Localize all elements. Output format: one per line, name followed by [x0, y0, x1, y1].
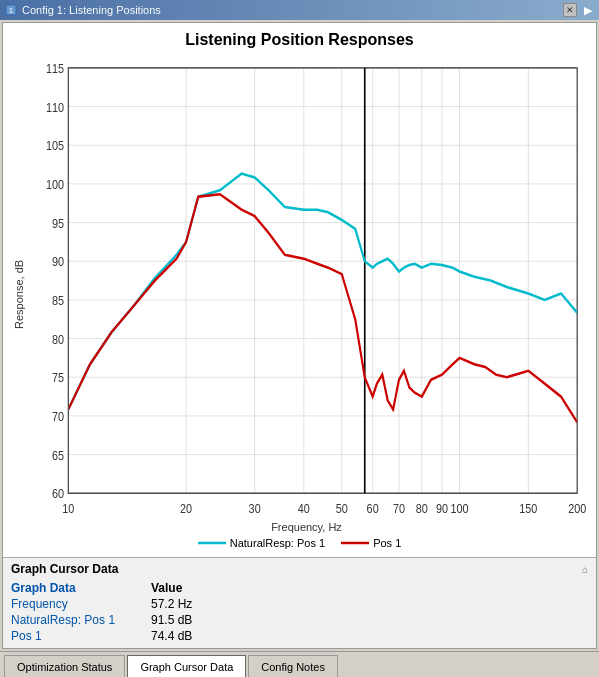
cursor-data-panel: Graph Cursor Data ⌂ Graph Data Value Fre…: [3, 557, 596, 648]
svg-text:75: 75: [52, 370, 64, 385]
cursor-data-body: Frequency57.2 HzNaturalResp: Pos 191.5 d…: [11, 596, 588, 644]
svg-text:105: 105: [46, 138, 64, 153]
svg-text:20: 20: [180, 501, 192, 516]
cursor-row-label: Frequency: [11, 596, 151, 612]
svg-text:60: 60: [367, 501, 379, 516]
legend-pos1-label: Pos 1: [373, 537, 401, 549]
cursor-data-header: Graph Cursor Data ⌂: [11, 562, 588, 576]
svg-text:70: 70: [52, 409, 64, 424]
svg-text:70: 70: [393, 501, 405, 516]
svg-text:110: 110: [46, 100, 64, 115]
cursor-row-value: 91.5 dB: [151, 612, 588, 628]
title-bar-text: Config 1: Listening Positions: [22, 4, 563, 16]
svg-text:90: 90: [436, 501, 448, 516]
legend-natural-icon: [198, 538, 226, 548]
chart-title: Listening Position Responses: [11, 31, 588, 49]
pin-icon: ⌂: [582, 564, 588, 575]
svg-text:80: 80: [416, 501, 428, 516]
svg-text:100: 100: [450, 501, 468, 516]
svg-text:1: 1: [9, 6, 14, 15]
svg-text:100: 100: [46, 177, 64, 192]
tab-optimization-status[interactable]: Optimization Status: [4, 655, 125, 677]
svg-text:30: 30: [249, 501, 261, 516]
legend-pos1-icon: [341, 538, 369, 548]
cursor-row-label: NaturalResp: Pos 1: [11, 612, 151, 628]
cursor-data-table: Graph Data Value Frequency57.2 HzNatural…: [11, 580, 588, 644]
main-content: Listening Position Responses Response, d…: [2, 22, 597, 649]
cursor-data-header-row: Graph Data Value: [11, 580, 588, 596]
svg-text:40: 40: [298, 501, 310, 516]
bottom-tabs: Optimization Status Graph Cursor Data Co…: [0, 651, 599, 677]
tab-graph-cursor-data[interactable]: Graph Cursor Data: [127, 655, 246, 677]
svg-text:65: 65: [52, 448, 64, 463]
chart-legend: NaturalResp: Pos 1 Pos 1: [11, 537, 588, 549]
tab-config-notes[interactable]: Config Notes: [248, 655, 338, 677]
svg-text:50: 50: [336, 501, 348, 516]
cursor-row-label: Pos 1: [11, 628, 151, 644]
y-axis-label: Response, dB: [11, 55, 25, 533]
config-icon: 1: [4, 3, 18, 17]
cursor-row-value: 57.2 Hz: [151, 596, 588, 612]
cursor-data-row: NaturalResp: Pos 191.5 dB: [11, 612, 588, 628]
chart-svg: 115 110 105 100 95 90 85 80 75 70 65 60: [25, 55, 588, 519]
cursor-row-value: 74.4 dB: [151, 628, 588, 644]
chart-with-axes: 115 110 105 100 95 90 85 80 75 70 65 60: [25, 55, 588, 533]
cursor-data-row: Frequency57.2 Hz: [11, 596, 588, 612]
svg-text:150: 150: [519, 501, 537, 516]
svg-text:85: 85: [52, 293, 64, 308]
svg-container[interactable]: 115 110 105 100 95 90 85 80 75 70 65 60: [25, 55, 588, 519]
svg-text:95: 95: [52, 216, 64, 231]
legend-item-natural: NaturalResp: Pos 1: [198, 537, 325, 549]
title-bar: 1 Config 1: Listening Positions ✕ ▶: [0, 0, 599, 20]
svg-text:115: 115: [46, 61, 64, 76]
chart-area: Response, dB: [11, 55, 588, 533]
svg-text:60: 60: [52, 486, 64, 501]
arrow-button[interactable]: ▶: [581, 3, 595, 17]
close-button[interactable]: ✕: [563, 3, 577, 17]
svg-text:10: 10: [62, 501, 74, 516]
svg-text:200: 200: [568, 501, 586, 516]
svg-text:80: 80: [52, 332, 64, 347]
legend-natural-label: NaturalResp: Pos 1: [230, 537, 325, 549]
col-header-value: Value: [151, 580, 588, 596]
legend-item-pos1: Pos 1: [341, 537, 401, 549]
col-header-label: Graph Data: [11, 580, 151, 596]
cursor-data-title: Graph Cursor Data: [11, 562, 118, 576]
cursor-data-row: Pos 174.4 dB: [11, 628, 588, 644]
x-axis-label: Frequency, Hz: [25, 521, 588, 533]
chart-container: Listening Position Responses Response, d…: [3, 23, 596, 557]
svg-text:90: 90: [52, 254, 64, 269]
